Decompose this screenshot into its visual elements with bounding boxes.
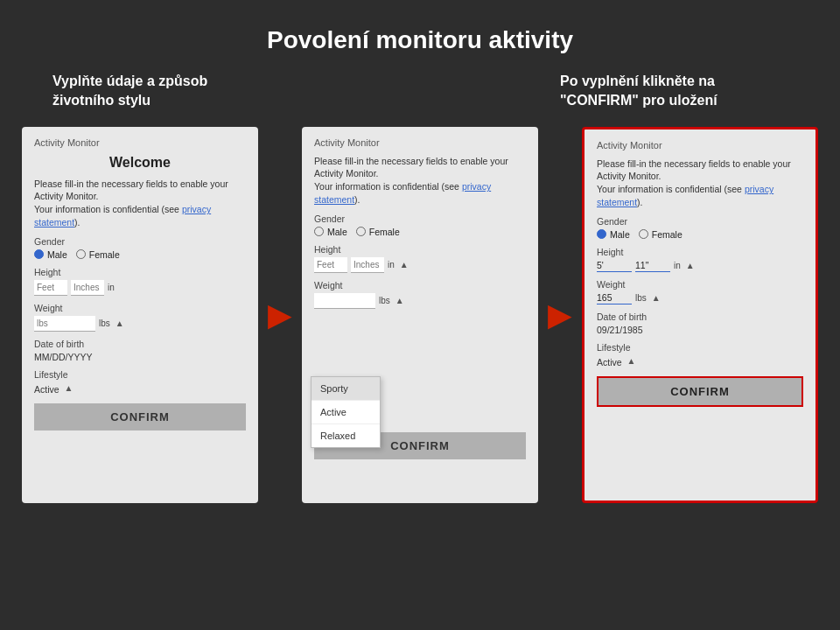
feet-input-1[interactable] <box>34 280 67 296</box>
weight-row-2: lbs ▲ <box>314 293 526 309</box>
intro-text-3: Please fill-in the necessary fields to e… <box>597 158 803 209</box>
weight-spinner-1[interactable]: ▲ <box>116 318 124 328</box>
lifestyle-val-3: Active <box>597 357 622 368</box>
dob-label-3: Date of birth <box>597 312 803 322</box>
lifestyle-label-1: Lifestyle <box>34 369 246 380</box>
weight-unit-1: lbs <box>99 318 110 328</box>
female-option-1[interactable]: Female <box>76 249 120 260</box>
gender-group-2: Male Female <box>314 227 526 237</box>
weight-value-3: 165 <box>597 292 632 304</box>
page-title: Povolení monitoru aktivity <box>0 0 840 54</box>
card-header-3: Activity Monitor <box>597 140 803 150</box>
height-label-2: Height <box>314 244 526 255</box>
weight-unit-2: lbs <box>379 296 390 305</box>
weight-unit-3: lbs <box>635 293 647 303</box>
arrow-1: ▶ <box>258 299 302 331</box>
intro-text-1: Please fill-in the necessary fields to e… <box>34 178 246 229</box>
instruction-left: Vyplňte údaje a způsob životního stylu <box>52 72 245 111</box>
female-option-3[interactable]: Female <box>639 229 682 240</box>
height-label-3: Height <box>597 247 803 257</box>
card-header-2: Activity Monitor <box>314 137 526 148</box>
gender-group-1: Male Female <box>34 249 246 260</box>
inches-input-2[interactable] <box>351 257 384 273</box>
weight-row-1: lbs ▲ <box>34 316 246 332</box>
dob-value-3: 09/21/1985 <box>597 325 803 335</box>
lifestyle-spinner-1[interactable]: ▲ <box>65 383 74 393</box>
dropdown-item-active[interactable]: Active <box>312 401 380 424</box>
dropdown-item-relaxed[interactable]: Relaxed <box>312 424 380 447</box>
height-label-1: Height <box>34 267 246 277</box>
lifestyle-row-1: Active ▲ <box>34 382 246 395</box>
inches-value-3: 11" <box>635 260 670 272</box>
intro-text-2: Please fill-in the necessary fields to e… <box>314 155 526 206</box>
male-radio-3[interactable] <box>597 229 606 239</box>
gender-label-3: Gender <box>597 216 803 227</box>
gender-label-1: Gender <box>34 236 246 247</box>
female-radio-1[interactable] <box>76 249 86 259</box>
height-row-3: 5' 11" in ▲ <box>597 260 803 272</box>
female-option-2[interactable]: Female <box>356 227 400 237</box>
weight-input-2[interactable] <box>314 293 375 309</box>
lifestyle-dropdown: Sporty Active Relaxed <box>311 376 381 448</box>
male-radio-2[interactable] <box>314 227 324 236</box>
male-option-2[interactable]: Male <box>314 227 347 237</box>
weight-label-3: Weight <box>597 279 803 290</box>
height-unit-1: in <box>108 283 115 292</box>
dob-label-1: Date of birth <box>34 339 246 349</box>
height-unit-3: in <box>674 261 681 270</box>
card-header-1: Activity Monitor <box>34 137 246 148</box>
height-spinner-2[interactable]: ▲ <box>400 260 409 270</box>
screen-1: Activity Monitor Welcome Please fill-in … <box>22 127 258 503</box>
instruction-right: Po vyplnění klikněte na "CONFIRM" pro ul… <box>560 72 788 111</box>
male-option-1[interactable]: Male <box>34 249 67 260</box>
weight-input-1[interactable] <box>34 316 95 332</box>
female-radio-3[interactable] <box>639 229 648 239</box>
lifestyle-spinner-3[interactable]: ▲ <box>627 356 636 366</box>
weight-label-2: Weight <box>314 280 526 290</box>
height-unit-2: in <box>388 260 395 270</box>
male-radio-1[interactable] <box>34 249 44 259</box>
weight-row-3: 165 lbs ▲ <box>597 292 803 304</box>
weight-spinner-2[interactable]: ▲ <box>396 296 404 305</box>
screen-3: Activity Monitor Please fill-in the nece… <box>582 127 818 503</box>
arrow-icon-1: ▶ <box>268 299 292 331</box>
confirm-btn-1[interactable]: CONFIRM <box>34 403 246 430</box>
female-radio-2[interactable] <box>356 227 366 236</box>
feet-input-2[interactable] <box>314 257 347 273</box>
gender-group-3: Male Female <box>597 229 803 240</box>
height-row-2: in ▲ <box>314 257 526 273</box>
arrow-icon-2: ▶ <box>548 299 572 331</box>
arrow-2: ▶ <box>538 299 582 331</box>
height-spinner-3[interactable]: ▲ <box>686 261 695 270</box>
height-row-1: in <box>34 280 246 296</box>
feet-value-3: 5' <box>597 260 632 272</box>
weight-label-1: Weight <box>34 303 246 313</box>
confirm-btn-3[interactable]: CONFIRM <box>597 376 803 407</box>
welcome-text: Welcome <box>34 155 246 171</box>
gender-label-2: Gender <box>314 214 526 224</box>
screen-2: Activity Monitor Please fill-in the nece… <box>302 127 538 503</box>
lifestyle-label-3: Lifestyle <box>597 342 803 353</box>
instructions-row: Vyplňte údaje a způsob životního stylu P… <box>0 72 840 111</box>
dob-value-1: MM/DD/YYYY <box>34 352 246 362</box>
screens-row: Activity Monitor Welcome Please fill-in … <box>0 127 840 503</box>
weight-spinner-3[interactable]: ▲ <box>652 293 661 303</box>
dropdown-item-sporty[interactable]: Sporty <box>312 377 380 401</box>
lifestyle-row-3: Active ▲ <box>597 355 803 368</box>
male-option-3[interactable]: Male <box>597 229 630 240</box>
inches-input-1[interactable] <box>71 280 104 296</box>
lifestyle-val-1: Active <box>34 384 60 395</box>
